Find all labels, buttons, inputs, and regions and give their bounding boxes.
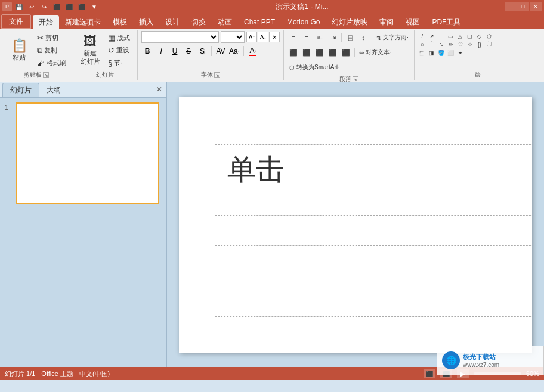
title-placeholder[interactable]: 单击 [215, 144, 532, 216]
underline-btn[interactable]: U [169, 46, 181, 57]
tab-pdf[interactable]: PDF工具 [426, 15, 466, 29]
shape-heart[interactable]: ♡ [456, 41, 465, 48]
maximize-btn[interactable]: □ [517, 2, 529, 11]
tab-slideshow[interactable]: 幻灯片放映 [326, 15, 373, 29]
justify-btn[interactable]: ⬛ [327, 47, 339, 58]
paste-label: 粘贴 [13, 54, 26, 61]
undo-quick-btn[interactable]: ↩ [26, 2, 37, 11]
shape-effect-btn[interactable]: ✦ [456, 49, 465, 57]
align-text-icon: ⇔ [359, 49, 364, 56]
shape-outline-btn[interactable]: ⬜ [447, 49, 455, 57]
new-slide-button[interactable]: 🖼 新建 幻灯片 [76, 32, 104, 70]
line-spacing-btn[interactable]: ↕ [357, 32, 369, 43]
shape-tri[interactable]: △ [456, 32, 465, 40]
slides-tab[interactable]: 幻灯片 [2, 83, 39, 97]
numbering-btn[interactable]: ≡ [301, 32, 313, 43]
close-btn[interactable]: ✕ [530, 2, 542, 11]
window-controls: ─ □ ✕ [505, 2, 542, 11]
shape-diamond[interactable]: ◇ [475, 32, 484, 40]
font-decrease-btn[interactable]: A↓ [258, 32, 268, 42]
cut-button[interactable]: ✂ 剪切 [35, 32, 68, 44]
case-btn[interactable]: Aa· [228, 46, 240, 57]
tab-new-options[interactable]: 新建选项卡 [59, 15, 107, 29]
qa-btn5[interactable]: ⬛ [64, 2, 75, 11]
shape-more[interactable]: … [494, 32, 503, 40]
tab-transition[interactable]: 切换 [186, 15, 212, 29]
font-group: A↑ A↓ ✕ B I U S S AV Aa· A· 字体 ↘ [139, 30, 284, 80]
redo-quick-btn[interactable]: ↪ [39, 2, 50, 11]
copy-button[interactable]: ⧉ 复制 [35, 45, 68, 57]
bullets-btn[interactable]: ≡ [288, 32, 299, 43]
paste-button[interactable]: 📋 粘贴 [5, 32, 33, 70]
shape-star[interactable]: ☆ [466, 41, 474, 48]
convert-smartart-btn[interactable]: ⬡ 转换为SmartArt· [288, 61, 341, 73]
shape-oval[interactable]: ○ [418, 41, 426, 48]
tab-view[interactable]: 视图 [400, 15, 426, 29]
shape-rect[interactable]: □ [437, 32, 446, 40]
shape-arrow[interactable]: ↗ [428, 32, 436, 40]
qa-btn4[interactable]: ⬛ [51, 2, 62, 11]
col-spacing-btn[interactable]: ⌸ [344, 32, 356, 43]
shape-bracket[interactable]: {} [475, 41, 484, 48]
char-spacing-btn[interactable]: AV [215, 46, 227, 57]
font-color-btn[interactable]: A· [247, 46, 259, 57]
quick-style-btn[interactable]: ◨ [428, 49, 436, 57]
section-button[interactable]: § 节· [106, 57, 134, 69]
tab-template[interactable]: 模板 [107, 15, 133, 29]
text-direction-btn[interactable]: ⇅ 文字方向· [375, 32, 410, 43]
reset-button[interactable]: ↺ 重设 [106, 45, 134, 57]
shape-round-rect[interactable]: ▢ [466, 32, 474, 40]
close-panel-button[interactable]: ✕ [154, 85, 164, 94]
shape-curved[interactable]: ∿ [437, 41, 446, 48]
tab-animation[interactable]: 动画 [212, 15, 238, 29]
save-quick-btn[interactable]: 💾 [14, 2, 24, 11]
clear-format-btn[interactable]: ✕ [269, 32, 280, 42]
paragraph-expand-btn[interactable]: ↘ [353, 76, 358, 82]
minimize-btn[interactable]: ─ [505, 2, 517, 11]
shape-rect2[interactable]: ▭ [447, 32, 455, 40]
font-size-select[interactable] [221, 31, 245, 43]
outline-tab[interactable]: 大纲 [39, 83, 68, 97]
normal-view-btn[interactable]: ⬛ [424, 369, 435, 378]
font-increase-btn[interactable]: A↑ [246, 32, 257, 42]
tab-chat-ppt[interactable]: Chat PPT [238, 15, 281, 29]
align-left-btn[interactable]: ⬛ [288, 47, 299, 58]
arrange-btn[interactable]: ⬚ [418, 49, 426, 57]
font-expand-btn[interactable]: ↘ [214, 72, 220, 78]
tab-motion-go[interactable]: Motion Go [281, 15, 326, 29]
align-center-btn[interactable]: ⬛ [301, 47, 313, 58]
shape-connector[interactable]: ⌒ [428, 41, 436, 48]
shadow-btn[interactable]: S [196, 46, 208, 57]
tab-insert[interactable]: 插入 [133, 15, 159, 29]
qa-btn6[interactable]: ⬛ [76, 2, 87, 11]
shape-line[interactable]: / [418, 32, 426, 40]
tab-review[interactable]: 审阅 [373, 15, 400, 29]
shape-fill-btn[interactable]: 🪣 [437, 49, 446, 57]
tab-design[interactable]: 设计 [159, 15, 186, 29]
decrease-indent-btn[interactable]: ⇤ [314, 32, 326, 43]
align-right-btn[interactable]: ⬛ [314, 47, 326, 58]
shape-penta[interactable]: ⬠ [485, 32, 493, 40]
layout-button[interactable]: ▦ 版式· [106, 32, 134, 44]
align-text-btn[interactable]: ⇔ 对齐文本· [357, 46, 393, 58]
clipboard-group: 📋 粘贴 ✂ 剪切 ⧉ 复制 🖌 格式刷 剪贴板 ↘ [2, 30, 72, 80]
increase-indent-btn[interactable]: ⇥ [327, 32, 339, 43]
theme-name: Office 主题 [41, 369, 73, 378]
strikethrough-btn[interactable]: S [183, 46, 194, 57]
bold-btn[interactable]: B [141, 46, 153, 57]
clipboard-expand-btn[interactable]: ↘ [43, 72, 49, 78]
format-painter-button[interactable]: 🖌 格式刷 [35, 57, 68, 69]
content-placeholder[interactable] [215, 245, 532, 317]
slide-preview-1[interactable] [16, 102, 159, 204]
shape-brace[interactable]: 〔〕 [485, 41, 493, 48]
title-text-content: 单击 [215, 145, 532, 195]
slide-area[interactable]: 单击 [167, 82, 544, 367]
slides-tabs: 幻灯片 大纲 ✕ [0, 82, 166, 98]
tab-home[interactable]: 开始 [33, 15, 59, 29]
shape-free[interactable]: ✏ [447, 41, 455, 48]
tab-file[interactable]: 文件 [1, 14, 31, 29]
col-btn[interactable]: ⬛ [340, 47, 352, 58]
font-name-select[interactable] [141, 31, 219, 43]
italic-btn[interactable]: I [155, 46, 167, 57]
qa-dropdown-btn[interactable]: ▼ [89, 2, 100, 11]
